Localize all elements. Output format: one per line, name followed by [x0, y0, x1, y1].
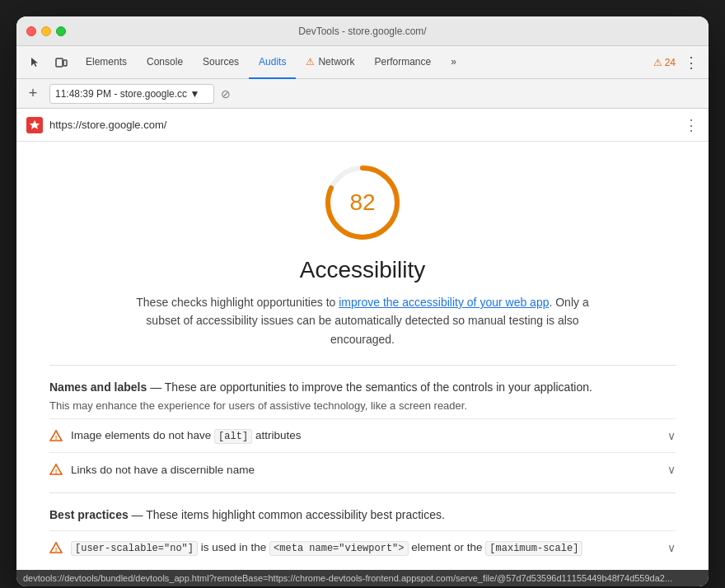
audit-item-text: [user-scalable="no"] is used in the <met…: [71, 541, 582, 554]
audit-item-text: Links do not have a discernible name: [71, 464, 255, 476]
status-bar-text: devtools://devtools/bundled/devtools_app…: [23, 573, 672, 583]
device-toggle-button[interactable]: [49, 51, 72, 74]
tab-performance[interactable]: Performance: [364, 46, 441, 79]
tab-network[interactable]: ⚠ Network: [296, 46, 364, 79]
lighthouse-icon: [26, 117, 43, 133]
minimize-button[interactable]: [41, 26, 51, 36]
score-section: 82 Accessibility These checks highlight …: [49, 161, 676, 348]
warning-icon: !: [49, 463, 63, 476]
toolbar-right: ⚠ 24 ⋮: [653, 54, 702, 72]
tab-elements[interactable]: Elements: [76, 46, 137, 79]
audit-item-left: ! Image elements do not have [alt] attri…: [49, 429, 667, 442]
score-circle: 82: [321, 161, 404, 244]
audit-item-viewport[interactable]: ! [user-scalable="no"] is used in the <m…: [49, 530, 676, 564]
address-bar-row: + ⊘: [16, 79, 709, 109]
svg-rect-0: [56, 58, 63, 67]
tab-audits[interactable]: Audits: [249, 46, 296, 79]
audit-item-links[interactable]: ! Links do not have a discernible name ∨: [49, 452, 676, 486]
names-labels-section: Names and labels — These are opportuniti…: [49, 365, 676, 418]
page-url: https://store.google.com/: [49, 119, 677, 131]
toolbar-menu-button[interactable]: ⋮: [681, 54, 702, 72]
main-content: 82 Accessibility These checks highlight …: [16, 142, 709, 570]
best-practices-section: Best practices — These items highlight c…: [49, 492, 676, 530]
audit-item-left: ! Links do not have a discernible name: [49, 463, 667, 476]
status-bar: devtools://devtools/bundled/devtools_app…: [16, 570, 709, 586]
svg-text:!: !: [55, 468, 58, 475]
cursor-tool-button[interactable]: [23, 51, 46, 74]
warning-icon: !: [49, 429, 63, 442]
maximize-button[interactable]: [56, 26, 66, 36]
network-warning-icon: ⚠: [306, 56, 315, 68]
warning-badge[interactable]: ⚠ 24: [653, 57, 676, 68]
warning-icon: ⚠: [653, 57, 662, 68]
section-heading: Names and labels — These are opportuniti…: [49, 379, 676, 396]
score-title: Accessibility: [300, 257, 425, 283]
add-tab-button[interactable]: +: [23, 84, 43, 104]
title-bar: DevTools - store.google.com/: [16, 16, 709, 46]
chevron-down-icon: ∨: [667, 463, 676, 476]
svg-rect-1: [63, 60, 67, 66]
devtools-window: DevTools - store.google.com/ Elements Co…: [16, 16, 709, 586]
audit-item-text: Image elements do not have [alt] attribu…: [71, 429, 301, 442]
window-title: DevTools - store.google.com/: [298, 26, 426, 37]
warning-icon: !: [49, 541, 63, 554]
tab-more[interactable]: »: [441, 46, 466, 79]
address-input[interactable]: [49, 84, 214, 104]
devtools-toolbar: Elements Console Sources Audits ⚠ Networ…: [16, 46, 709, 79]
svg-marker-2: [30, 120, 40, 129]
traffic-lights: [26, 26, 66, 36]
score-description: These checks highlight opportunities to …: [132, 293, 593, 348]
score-value: 82: [349, 189, 375, 216]
chevron-down-icon: ∨: [667, 429, 676, 442]
chevron-down-icon: ∨: [667, 541, 676, 554]
close-button[interactable]: [26, 26, 36, 36]
audit-item-alt[interactable]: ! Image elements do not have [alt] attri…: [49, 418, 676, 452]
tab-bar: Elements Console Sources Audits ⚠ Networ…: [76, 46, 650, 79]
tab-sources[interactable]: Sources: [193, 46, 249, 79]
audit-item-left: ! [user-scalable="no"] is used in the <m…: [49, 541, 667, 554]
best-practices-heading: Best practices — These items highlight c…: [49, 506, 676, 524]
stop-recording-button[interactable]: ⊘: [221, 87, 231, 100]
svg-text:!: !: [55, 546, 58, 553]
accessibility-link[interactable]: improve the accessibility of your web ap…: [339, 296, 549, 309]
tab-console[interactable]: Console: [137, 46, 193, 79]
svg-text:!: !: [55, 434, 58, 441]
url-bar-row: https://store.google.com/ ⋮: [16, 109, 709, 142]
url-menu-button[interactable]: ⋮: [684, 116, 699, 134]
section-sub-description: This may enhance the experience for user…: [49, 399, 676, 412]
